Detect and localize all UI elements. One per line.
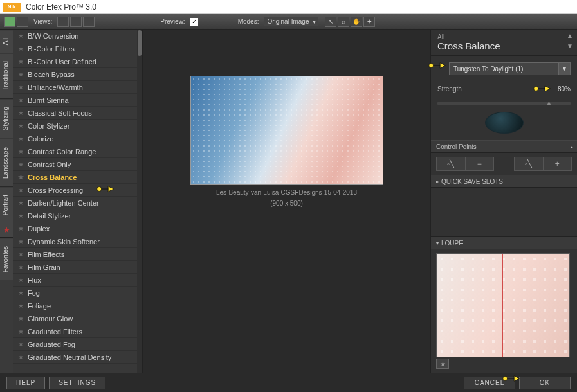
app-title: Color Efex Pro™ 3.0 <box>26 3 96 12</box>
titlebar: Nik Color Efex Pro™ 3.0 <box>0 0 577 14</box>
cancel-button[interactable]: CANCEL <box>464 377 515 389</box>
star-icon[interactable]: ★ <box>18 148 24 155</box>
tab-portrait[interactable]: Portrait <box>0 186 13 223</box>
filter-item[interactable]: ★Flux <box>13 274 137 287</box>
tab-landscape[interactable]: Landscape <box>0 139 13 186</box>
preset-dropdown-arrow-icon[interactable]: ▼ <box>559 62 571 75</box>
star-icon[interactable]: ★ <box>18 276 24 283</box>
modes-select[interactable]: Original Image <box>264 17 318 26</box>
cp-add-group: ◦╲ − <box>436 157 494 171</box>
filter-item[interactable]: ★Fog <box>13 287 137 299</box>
loupe-preview[interactable] <box>436 253 570 357</box>
filter-item[interactable]: ★Bi-Color User Defined <box>13 55 137 68</box>
filter-item[interactable]: ★Burnt Sienna <box>13 94 137 107</box>
next-filter-icon[interactable]: ▼ <box>567 42 573 49</box>
filter-item[interactable]: ★Classical Soft Focus <box>13 107 137 120</box>
view-mode-gray-icon[interactable] <box>17 17 28 27</box>
filter-item[interactable]: ★Bi-Color Filters <box>13 42 137 55</box>
light-tool-icon[interactable]: ✦ <box>363 17 375 27</box>
star-icon[interactable]: ★ <box>18 263 24 271</box>
filter-item[interactable]: ★Darken/Lighten Center <box>13 197 137 209</box>
preview-filename: Les-Beauty-van-Luisa-CGSFDesigns-15-04-2… <box>216 189 357 196</box>
star-icon[interactable]: ★ <box>18 225 24 232</box>
filter-item[interactable]: ★Colorize <box>13 132 137 145</box>
star-icon[interactable]: ★ <box>18 58 24 65</box>
star-icon[interactable]: ★ <box>18 45 24 52</box>
prev-filter-icon[interactable]: ▲ <box>567 32 573 39</box>
chevron-right-icon: ▸ <box>436 179 439 184</box>
chevron-down-icon: ▾ <box>436 240 439 246</box>
tab-stylizing[interactable]: Stylizing <box>0 98 13 138</box>
tab-all[interactable]: All <box>0 30 13 53</box>
star-icon[interactable]: ★ <box>18 161 24 168</box>
layout-split-h-icon[interactable] <box>70 17 82 27</box>
filter-item[interactable]: ★Film Effects <box>13 248 137 261</box>
help-button[interactable]: HELP <box>6 377 45 389</box>
filter-item[interactable]: ★Foliage <box>13 299 137 312</box>
arrow-tool-icon[interactable]: ↖ <box>325 17 336 27</box>
cp-add-point-icon[interactable]: ◦╲ <box>437 157 466 170</box>
star-icon[interactable]: ★ <box>18 174 24 181</box>
star-icon[interactable]: ★ <box>18 199 24 206</box>
tab-favorites-star-icon[interactable]: ★ <box>0 223 13 238</box>
ok-button[interactable]: OK <box>519 377 571 389</box>
filter-item[interactable]: ★Detail Stylizer <box>13 209 137 222</box>
filter-item-label: Colorize <box>28 135 53 143</box>
star-icon[interactable]: ★ <box>18 109 24 116</box>
filter-item-label: Detail Stylizer <box>28 212 71 220</box>
star-icon[interactable]: ★ <box>18 71 24 78</box>
tab-traditional[interactable]: Traditional <box>0 53 13 98</box>
view-mode-color-icon[interactable] <box>4 17 15 27</box>
filter-item[interactable]: ★Graduated Filters <box>13 325 137 338</box>
star-icon[interactable]: ★ <box>18 96 24 103</box>
preview-checkbox[interactable]: ✓ <box>190 18 198 26</box>
settings-button[interactable]: SETTINGS <box>49 377 105 389</box>
loupe-header[interactable]: ▾ LOUPE <box>431 236 577 249</box>
filter-item[interactable]: ★Color Stylizer <box>13 120 137 132</box>
star-icon[interactable]: ★ <box>18 302 24 309</box>
filter-item-label: Film Grain <box>28 263 60 271</box>
star-icon[interactable]: ★ <box>18 251 24 258</box>
filter-item[interactable]: ★Dynamic Skin Softener <box>13 235 137 248</box>
preset-dropdown[interactable]: Tungsten To Daylight (1) <box>449 62 559 75</box>
zoom-tool-icon[interactable]: ⌕ <box>338 17 349 27</box>
star-icon[interactable]: ★ <box>18 84 24 91</box>
preview-image[interactable] <box>190 76 383 185</box>
filter-item[interactable]: ★Glamour Glow <box>13 312 137 325</box>
filter-item[interactable]: ★Film Grain <box>13 261 137 274</box>
filter-item[interactable]: ★Cross Balance <box>13 171 137 184</box>
star-icon[interactable]: ★ <box>18 32 24 39</box>
filter-item[interactable]: ★Contrast Only <box>13 158 137 171</box>
star-icon[interactable]: ★ <box>18 353 24 361</box>
filter-item-label: Cross Balance <box>28 174 77 181</box>
filter-item[interactable]: ★Brilliance/Warmth <box>13 81 137 94</box>
cp-expand-icon[interactable]: ▸ <box>571 144 573 150</box>
cp-plus-icon[interactable]: + <box>544 157 572 170</box>
quick-save-header[interactable]: ▸ QUICK SAVE SLOTS <box>431 175 577 188</box>
strength-slider[interactable]: ▲ <box>437 102 571 105</box>
filter-item[interactable]: ★Contrast Color Range <box>13 145 137 158</box>
hand-tool-icon[interactable]: ✋ <box>351 17 362 27</box>
star-icon[interactable]: ★ <box>18 212 24 219</box>
star-icon[interactable]: ★ <box>18 238 24 245</box>
filter-item[interactable]: ★Duplex <box>13 222 137 235</box>
star-icon[interactable]: ★ <box>18 328 24 335</box>
star-icon[interactable]: ★ <box>18 135 24 142</box>
loupe-star-button[interactable]: ★ <box>436 359 449 369</box>
star-icon[interactable]: ★ <box>18 122 24 129</box>
cp-remove-icon[interactable]: − <box>466 157 494 170</box>
star-icon[interactable]: ★ <box>18 186 24 193</box>
star-icon[interactable]: ★ <box>18 341 24 348</box>
filter-item[interactable]: ★Graduated Neutral Density <box>13 351 137 364</box>
filter-item[interactable]: ★Bleach Bypass <box>13 68 137 81</box>
cp-add-point2-icon[interactable]: ◦╲ <box>515 157 544 170</box>
filter-item[interactable]: ★B/W Conversion <box>13 30 137 42</box>
star-icon[interactable]: ★ <box>18 289 24 296</box>
layout-split-v-icon[interactable] <box>83 17 95 27</box>
filter-scrollbar[interactable] <box>137 30 142 373</box>
tab-favorites[interactable]: Favorites <box>0 238 13 280</box>
star-icon[interactable]: ★ <box>18 315 24 322</box>
filter-item[interactable]: ★Cross Processing <box>13 184 137 197</box>
layout-single-icon[interactable] <box>57 17 69 27</box>
filter-item[interactable]: ★Graduated Fog <box>13 338 137 351</box>
